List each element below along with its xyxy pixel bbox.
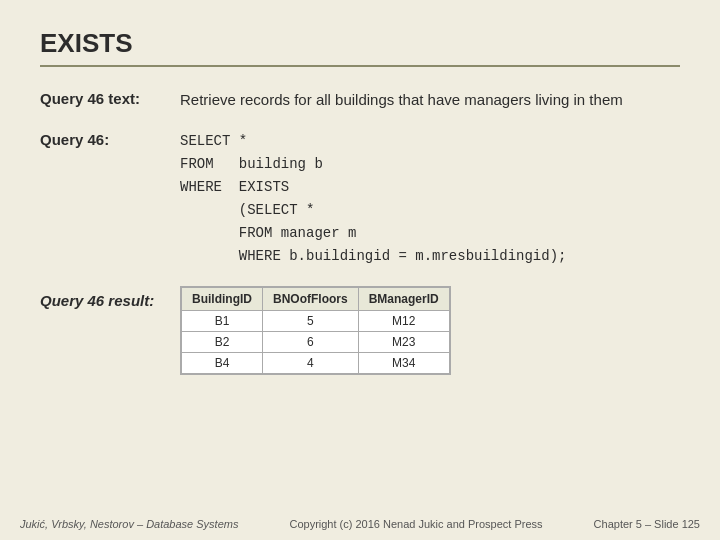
table-cell: B4: [182, 353, 263, 374]
footer-center: Copyright (c) 2016 Nenad Jukic and Prosp…: [289, 518, 542, 530]
slide: EXISTS Query 46 text: Retrieve records f…: [0, 0, 720, 540]
table-row: B26M23: [182, 332, 450, 353]
col-bnoffloors: BNOofFloors: [263, 288, 359, 311]
table-cell: M12: [358, 311, 449, 332]
col-bmanagerid: BManagerID: [358, 288, 449, 311]
query46-text-label: Query 46 text:: [40, 89, 180, 107]
table-cell: 4: [263, 353, 359, 374]
table-cell: M34: [358, 353, 449, 374]
query46-text-block: Query 46 text: Retrieve records for all …: [40, 89, 680, 112]
table-row: B44M34: [182, 353, 450, 374]
query46-result-label: Query 46 result:: [40, 286, 180, 309]
result-table-wrapper: BuildingID BNOofFloors BManagerID B15M12…: [180, 286, 451, 375]
query46-description: Retrieve records for all buildings that …: [180, 89, 623, 112]
query46-code-label: Query 46:: [40, 130, 180, 148]
table-cell: B1: [182, 311, 263, 332]
table-cell: 6: [263, 332, 359, 353]
table-header-row: BuildingID BNOofFloors BManagerID: [182, 288, 450, 311]
table-row: B15M12: [182, 311, 450, 332]
table-cell: 5: [263, 311, 359, 332]
result-table: BuildingID BNOofFloors BManagerID B15M12…: [181, 287, 450, 374]
table-cell: B2: [182, 332, 263, 353]
slide-title: EXISTS: [40, 28, 680, 67]
footer-left: Jukić, Vrbsky, Nestorov – Database Syste…: [20, 518, 238, 530]
table-cell: M23: [358, 332, 449, 353]
query46-result-block: Query 46 result: BuildingID BNOofFloors …: [40, 286, 680, 375]
query46-code: SELECT * FROM building b WHERE EXISTS (S…: [180, 130, 566, 269]
col-buildingid: BuildingID: [182, 288, 263, 311]
footer-right: Chapter 5 – Slide 125: [594, 518, 700, 530]
footer: Jukić, Vrbsky, Nestorov – Database Syste…: [0, 518, 720, 530]
query46-code-block: Query 46: SELECT * FROM building b WHERE…: [40, 130, 680, 269]
